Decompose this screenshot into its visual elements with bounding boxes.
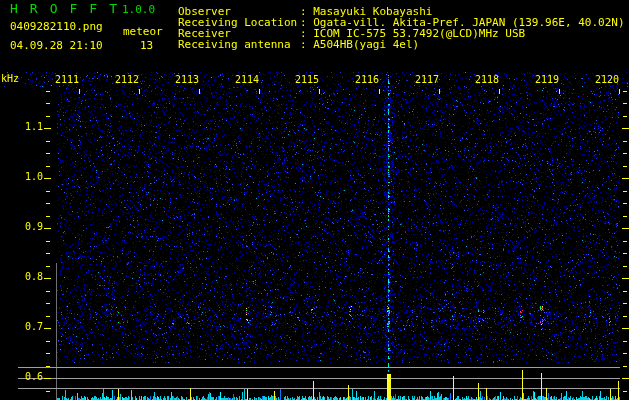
- freq-tick-label: 0.9: [19, 222, 43, 233]
- time-label: 2118: [473, 75, 499, 86]
- app-version: 1.0.0: [122, 4, 155, 16]
- freq-tick-label: 1.1: [19, 122, 43, 133]
- time-label: 2116: [353, 75, 379, 86]
- time-label: 2120: [593, 75, 619, 86]
- time-label: 2114: [233, 75, 259, 86]
- time-label: 2117: [413, 75, 439, 86]
- freq-tick-label: 0.8: [19, 272, 43, 283]
- time-label: 2111: [53, 75, 79, 86]
- freq-tick-label: 0.7: [19, 322, 43, 333]
- mode-label: meteor: [123, 26, 163, 38]
- station-info: Observer: Masayuki KobayashiReceiving Lo…: [178, 6, 625, 50]
- meteor-count: 13: [140, 40, 153, 52]
- time-label: 2113: [173, 75, 199, 86]
- info-separator: :: [300, 38, 313, 51]
- app-title: HROFFT: [10, 2, 129, 16]
- time-label: 2115: [293, 75, 319, 86]
- info-value: A504HB(yagi 4el): [313, 38, 419, 51]
- output-filename: 0409282110.png: [10, 21, 103, 33]
- info-row: Receiving antenna: A504HB(yagi 4el): [178, 39, 625, 50]
- freq-tick-label: 1.0: [19, 172, 43, 183]
- info-label: Receiving antenna: [178, 39, 300, 51]
- time-label: 2112: [113, 75, 139, 86]
- time-label: 2119: [533, 75, 559, 86]
- freq-tick-label: 0.6: [19, 372, 43, 383]
- spectrogram-canvas: [0, 0, 629, 400]
- freq-unit-label: kHz: [1, 74, 19, 85]
- observation-datetime: 04.09.28 21:10: [10, 40, 103, 52]
- hrofft-screen: HROFFT 1.0.0 0409282110.png meteor 04.09…: [0, 0, 629, 400]
